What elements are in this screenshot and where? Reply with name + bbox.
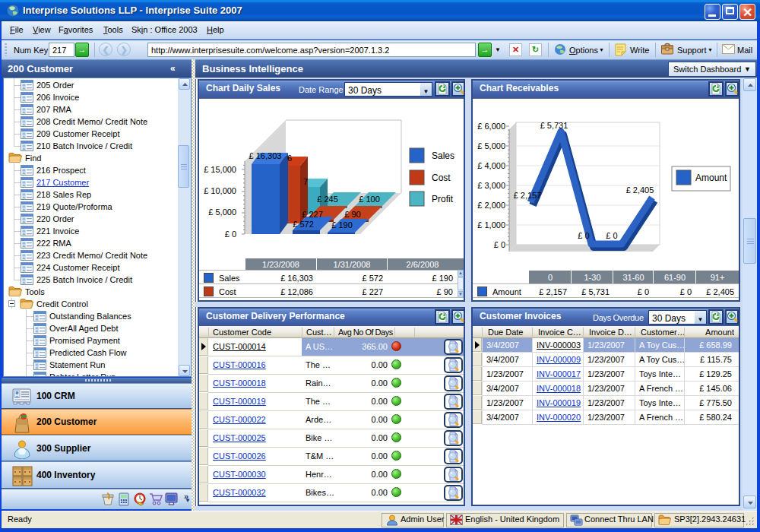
svg-text:Sales: Sales <box>432 150 454 161</box>
svg-text:£ 1,000: £ 1,000 <box>477 220 505 230</box>
svg-text:£ 190: £ 190 <box>331 220 353 230</box>
svg-text:£ 6,000: £ 6,000 <box>477 122 505 131</box>
svg-text:£ 0: £ 0 <box>606 231 617 240</box>
svg-text:Cost: Cost <box>432 173 451 183</box>
svg-text:£ 0: £ 0 <box>225 230 236 239</box>
svg-text:£ 5,000: £ 5,000 <box>477 141 505 150</box>
svg-text:Amount: Amount <box>695 173 727 183</box>
svg-text:£ 572: £ 572 <box>293 220 314 229</box>
svg-text:£ 2,000: £ 2,000 <box>477 201 505 210</box>
svg-text:£ 0: £ 0 <box>578 231 589 240</box>
svg-text:7: 7 <box>303 177 308 186</box>
svg-text:Profit: Profit <box>432 194 454 204</box>
svg-text:£ 90: £ 90 <box>344 210 360 219</box>
svg-text:£ 16,303: £ 16,303 <box>249 151 282 160</box>
svg-text:£ 15,000: £ 15,000 <box>204 165 236 174</box>
svg-text:£ 2,157: £ 2,157 <box>514 191 542 200</box>
svg-text:£ 0: £ 0 <box>494 240 505 249</box>
svg-text:£ 3,000: £ 3,000 <box>477 181 505 190</box>
svg-text:6: 6 <box>287 154 292 163</box>
svg-text:£ 5,731: £ 5,731 <box>540 121 568 130</box>
svg-text:£ 10,000: £ 10,000 <box>204 186 236 195</box>
svg-text:£ 2,405: £ 2,405 <box>626 185 654 195</box>
svg-text:£ 100: £ 100 <box>359 195 380 204</box>
svg-text:£ 245: £ 245 <box>317 195 338 204</box>
svg-text:£ 227: £ 227 <box>302 210 323 219</box>
svg-text:£ 5,000: £ 5,000 <box>208 207 236 217</box>
svg-text:£ 4,000: £ 4,000 <box>477 161 505 170</box>
